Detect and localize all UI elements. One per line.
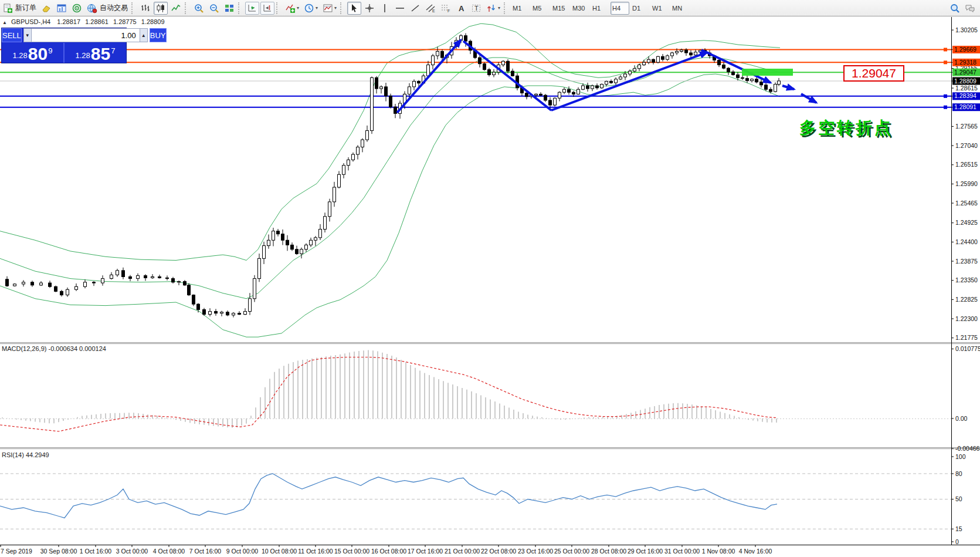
turning-point-annotation[interactable]: 多空转折点 <box>799 117 893 139</box>
collapse-panel-icon[interactable]: ▲ <box>2 20 7 25</box>
price-tick-label: 1.21775 <box>955 334 978 341</box>
time-tick-label: 3 Oct 00:00 <box>116 548 148 555</box>
bollinger-middle-band <box>0 58 780 299</box>
line-anchor-handle <box>944 94 947 98</box>
zigzag-trend-line[interactable] <box>463 41 551 110</box>
rsi-axis-label: 50 <box>955 495 962 502</box>
symbol-ohlc-bar: ▲ GBPUSD-,H4 1.28817 1.28861 1.28775 1.2… <box>2 18 165 25</box>
rsi-axis-label: 80 <box>955 470 962 477</box>
sell-price-pip: 9 <box>48 46 52 55</box>
candlestick-series <box>6 33 781 318</box>
time-tick-label: 7 Sep 2019 <box>1 548 32 555</box>
volume-decrease-button[interactable]: ▼ <box>23 28 32 42</box>
price-tick-label: 1.25990 <box>955 180 978 187</box>
rsi-axis-label: 15 <box>955 525 962 532</box>
quote-open: 1.28817 <box>57 18 80 25</box>
price-tick-label: 1.23350 <box>955 276 978 283</box>
price-callout-object[interactable]: 1.29047 <box>843 65 904 82</box>
price-tick-label: 1.26515 <box>955 161 978 168</box>
time-axis: 7 Sep 201930 Sep 08:001 Oct 16:003 Oct 0… <box>1 545 772 555</box>
zigzag-trend-line[interactable] <box>782 86 794 89</box>
sell-price[interactable]: 1.28 80 9 <box>2 43 65 63</box>
time-tick-label: 17 Oct 16:00 <box>408 548 443 555</box>
time-tick-label: 15 Oct 00:00 <box>334 548 369 555</box>
price-tick-label: 1.25465 <box>955 200 978 207</box>
time-tick-label: 11 Oct 16:00 <box>298 548 333 555</box>
mt4-window: 新订单自动交易▾▾▾EFAT▾M1M5M15M30H1H4D1W1MN 1.30… <box>0 0 980 557</box>
price-line-label: 1.28809 <box>954 77 976 85</box>
time-tick-label: 22 Oct 08:00 <box>481 548 516 555</box>
sell-price-base: 1.28 <box>13 51 28 60</box>
time-tick-label: 29 Oct 16:00 <box>628 548 663 555</box>
price-tick-label: 1.27040 <box>955 142 978 149</box>
time-tick-label: 30 Sep 08:00 <box>40 548 77 555</box>
price-tick-label: 1.27565 <box>955 123 978 130</box>
line-anchor-handle <box>944 48 947 51</box>
time-tick-label: 1 Oct 16:00 <box>80 548 111 555</box>
symbol-name: GBPUSD-,H4 <box>11 18 50 25</box>
price-line-label: 1.29669 <box>954 46 976 53</box>
highlight-rectangle-object[interactable] <box>742 69 793 76</box>
sell-button[interactable]: SELL <box>2 28 22 42</box>
price-tick-label: 1.24925 <box>955 219 978 226</box>
rsi-indicator-label: RSI(14) 44.2949 <box>2 451 49 458</box>
macd-axis-label: 0.00 <box>955 415 968 422</box>
volume-input[interactable] <box>32 28 140 42</box>
price-tick-label: 1.22300 <box>955 315 978 322</box>
time-tick-label: 10 Oct 08:00 <box>262 548 297 555</box>
line-anchor-handle <box>944 106 947 109</box>
time-tick-label: 7 Oct 16:00 <box>189 548 221 555</box>
one-click-trading-panel: SELL ▼ ▲ BUY 1.28 80 9 1.28 85 7 <box>1 28 127 63</box>
bollinger-lower-band <box>0 74 780 337</box>
time-tick-label: 9 Oct 00:00 <box>226 548 258 555</box>
time-tick-label: 28 Oct 08:00 <box>591 548 626 555</box>
zigzag-trend-line[interactable] <box>801 94 816 103</box>
price-line-label: 1.29318 <box>954 59 976 66</box>
price-line-label: 1.28394 <box>954 92 976 99</box>
macd-indicator-label: MACD(12,26,9) -0.000634 0.000124 <box>2 345 106 352</box>
price-line-label: 1.28091 <box>954 103 976 110</box>
macd-histogram <box>2 350 776 428</box>
time-tick-label: 31 Oct 00:00 <box>664 548 700 555</box>
price-tick-label: 1.23875 <box>955 258 978 265</box>
time-tick-label: 23 Oct 16:00 <box>518 548 553 555</box>
macd-axis-label: -0.004668 <box>955 445 980 452</box>
buy-price-base: 1.28 <box>76 51 90 60</box>
price-tick-label: 1.28615 <box>955 85 978 92</box>
time-tick-label: 25 Oct 00:00 <box>554 548 589 555</box>
quote-low: 1.28775 <box>113 18 137 25</box>
rsi-panel <box>0 474 951 529</box>
line-anchor-handle <box>944 60 947 64</box>
quote-high: 1.28861 <box>85 18 108 25</box>
buy-price[interactable]: 1.28 85 7 <box>65 43 126 63</box>
time-tick-label: 21 Oct 00:00 <box>445 548 480 555</box>
time-tick-label: 16 Oct 08:00 <box>371 548 406 555</box>
price-axis: 1.302051.291551.286151.275651.270401.265… <box>951 26 980 545</box>
quote-close: 1.28809 <box>141 18 165 25</box>
main-chart <box>0 23 951 337</box>
volume-increase-button[interactable]: ▲ <box>140 28 148 42</box>
sell-price-big: 80 <box>28 46 48 62</box>
buy-button[interactable]: BUY <box>150 28 167 42</box>
time-tick-label: 4 Nov 16:00 <box>739 548 772 555</box>
price-line-label: 1.29047 <box>954 69 976 76</box>
macd-panel <box>0 350 951 431</box>
macd-signal-line <box>0 357 777 432</box>
time-tick-label: 1 Nov 08:00 <box>702 548 735 555</box>
rsi-line <box>0 474 777 518</box>
price-tick-label: 1.30205 <box>955 26 978 33</box>
buy-price-pip: 7 <box>111 46 115 55</box>
time-tick-label: 4 Oct 08:00 <box>153 548 185 555</box>
drawn-objects[interactable] <box>397 40 816 113</box>
price-tick-label: 1.22825 <box>955 296 978 303</box>
rsi-axis-label: 0 <box>955 538 959 545</box>
price-tick-label: 1.24400 <box>955 238 978 245</box>
macd-axis-label: 0.010775 <box>955 345 980 352</box>
rsi-axis-label: 100 <box>955 453 966 460</box>
buy-price-big: 85 <box>91 46 110 62</box>
chart-canvas: 1.302051.291551.286151.275651.270401.265… <box>0 0 980 557</box>
